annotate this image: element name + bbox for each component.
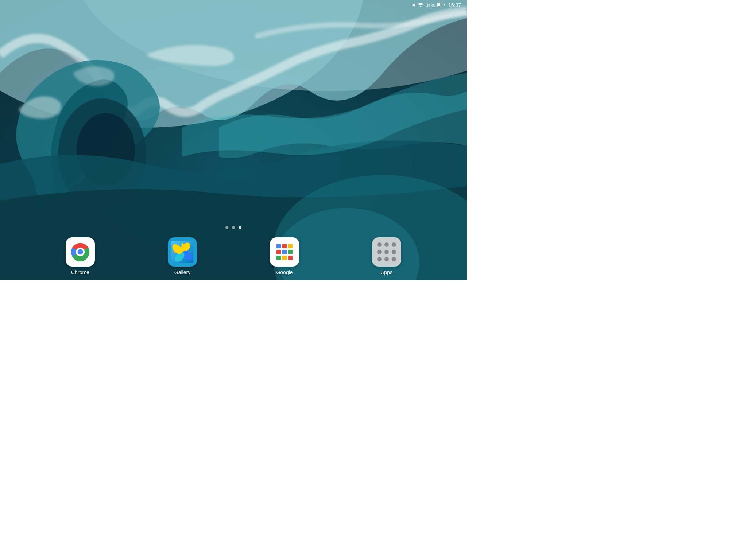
dock: Chrome <box>0 233 467 280</box>
apps-dot-5 <box>384 250 389 254</box>
svg-rect-29 <box>282 256 287 260</box>
apps-dot-3 <box>392 242 396 247</box>
svg-rect-28 <box>276 256 281 260</box>
apps-dot-8 <box>384 257 389 261</box>
page-dot-3[interactable] <box>239 226 241 229</box>
time-display: 16:37 <box>448 2 461 8</box>
app-apps[interactable]: Apps <box>372 237 401 275</box>
google-icon <box>270 237 299 267</box>
apps-grid <box>373 238 400 266</box>
svg-rect-27 <box>288 250 293 254</box>
apps-dot-6 <box>392 250 396 254</box>
page-indicators <box>225 226 241 229</box>
svg-rect-30 <box>288 256 293 260</box>
svg-point-14 <box>78 249 83 255</box>
svg-rect-25 <box>276 250 281 254</box>
status-icons: ✖ 31% 16:37 <box>412 2 461 8</box>
chrome-label: Chrome <box>71 269 89 275</box>
apps-dot-2 <box>384 242 389 247</box>
apps-dot-9 <box>392 257 396 261</box>
page-dot-1[interactable] <box>225 226 228 229</box>
svg-rect-22 <box>276 244 281 248</box>
gallery-icon <box>168 237 197 267</box>
svg-rect-8 <box>444 4 445 5</box>
status-bar: ✖ 31% 16:37 <box>0 0 467 10</box>
apps-dot-4 <box>377 250 382 254</box>
svg-rect-9 <box>438 3 440 6</box>
gallery-label: Gallery <box>174 269 190 275</box>
app-gallery[interactable]: Gallery <box>168 237 197 275</box>
apps-dot-7 <box>377 257 382 261</box>
apps-icon <box>372 237 401 267</box>
page-dot-2[interactable] <box>232 226 235 229</box>
app-chrome[interactable]: Chrome <box>66 237 95 275</box>
battery-icon <box>437 3 445 8</box>
wifi-icon <box>418 3 423 8</box>
google-label: Google <box>276 269 293 275</box>
svg-rect-26 <box>282 250 287 254</box>
bluetooth-icon: ✖ <box>412 3 415 8</box>
chrome-icon <box>66 237 95 267</box>
svg-rect-23 <box>282 244 287 248</box>
svg-rect-24 <box>288 244 293 248</box>
apps-dot-1 <box>377 242 382 247</box>
apps-label: Apps <box>381 269 392 275</box>
app-google[interactable]: Google <box>270 237 299 275</box>
battery-percent: 31% <box>426 3 435 8</box>
